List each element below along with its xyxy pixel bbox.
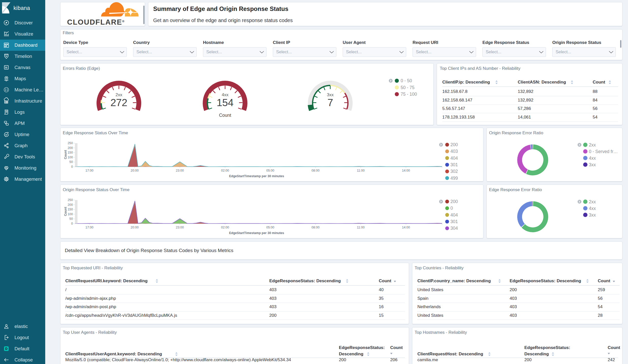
svg-text:D: D xyxy=(5,347,7,351)
